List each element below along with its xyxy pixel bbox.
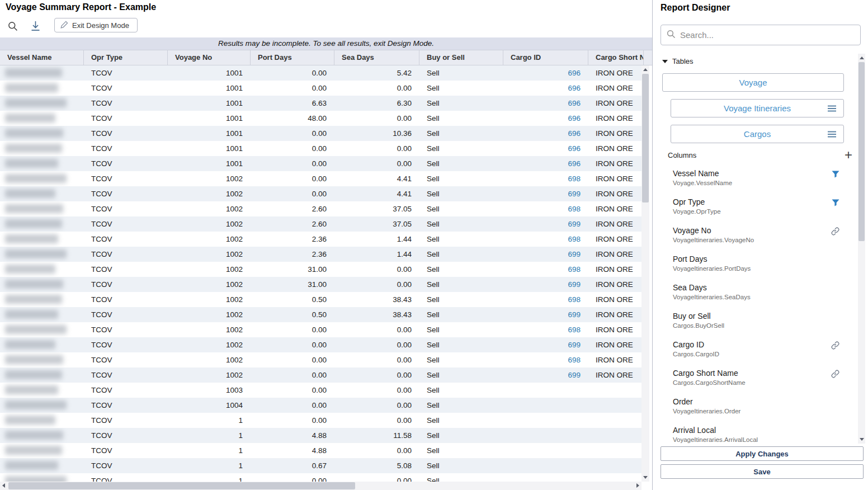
cargo-id-link[interactable]: 699	[568, 310, 581, 319]
cargo-id-link[interactable]: 699	[568, 250, 581, 258]
cargo-id-link[interactable]: 696	[568, 144, 581, 153]
cargo-id-link[interactable]: 698	[568, 265, 581, 274]
cargo-id-link[interactable]: 696	[568, 84, 581, 92]
filter-icon[interactable]	[832, 170, 839, 180]
column-header-sea-days[interactable]: Sea Days	[334, 50, 419, 65]
table-row[interactable]: TCOV10010.0010.36Sell696IRON ORE	[0, 126, 641, 141]
cargo-id-link[interactable]: 696	[568, 99, 581, 107]
cargo-id-link[interactable]: 698	[568, 205, 581, 213]
designer-column-voyage-no[interactable]: Voyage NoVoyageItineraries.VoyageNo	[653, 222, 861, 250]
table-row[interactable]: TCOV100148.000.00Sell696IRON ORE	[0, 111, 641, 126]
scroll-down-arrow-icon[interactable]	[643, 476, 648, 479]
designer-column-arrival-local[interactable]: Arrival LocalVoyageItineraries.ArrivalLo…	[653, 421, 861, 443]
table-row[interactable]: TCOV10010.005.42Sell696IRON ORE	[0, 65, 641, 81]
designer-column-port-days[interactable]: Port DaysVoyageItineraries.PortDays	[653, 250, 861, 279]
table-row[interactable]: TCOV10030.000.00Sell	[0, 383, 641, 398]
column-header-buy-or-sell[interactable]: Buy or Sell	[419, 50, 503, 65]
column-header-port-days[interactable]: Port Days	[251, 50, 334, 65]
menu-icon[interactable]	[827, 105, 837, 115]
tables-section-header[interactable]: Tables	[662, 57, 694, 65]
cargo-id-link[interactable]: 699	[568, 371, 581, 379]
scroll-left-arrow-icon[interactable]	[2, 483, 5, 488]
column-header-voyage-no[interactable]: Voyage No	[168, 50, 251, 65]
cargo-id-link[interactable]: 698	[568, 295, 581, 304]
table-row[interactable]: TCOV10020.000.00Sell699IRON ORE	[0, 337, 641, 352]
scroll-right-arrow-icon[interactable]	[636, 483, 639, 488]
column-header-cargo-short-name[interactable]: Cargo Short Name	[588, 50, 644, 65]
cargo-id-link[interactable]: 698	[568, 326, 581, 334]
cargo-id-link[interactable]: 698	[568, 235, 581, 243]
add-column-icon[interactable]: +	[845, 150, 852, 160]
table-row[interactable]: TCOV10022.361.44Sell698IRON ORE	[0, 232, 641, 247]
vertical-scroll-thumb[interactable]	[642, 74, 649, 202]
table-row[interactable]: TCOV10010.000.00Sell696IRON ORE	[0, 156, 641, 171]
table-vertical-scrollbar[interactable]	[641, 65, 649, 482]
table-row[interactable]: TCOV10020.000.00Sell699IRON ORE	[0, 368, 641, 383]
apply-changes-button[interactable]: Apply Changes	[661, 446, 864, 461]
cargo-id-link[interactable]: 699	[568, 190, 581, 198]
horizontal-scroll-thumb[interactable]	[8, 482, 355, 489]
table-row[interactable]: TCOV10010.000.00Sell696IRON ORE	[0, 81, 641, 96]
table-row[interactable]: TCOV10.000.00Sell	[0, 413, 641, 428]
designer-column-cargo-id[interactable]: Cargo IDCargos.CargoID	[653, 336, 861, 364]
table-row[interactable]: TCOV10010.000.00Sell696IRON ORE	[0, 141, 641, 156]
table-row[interactable]: TCOV10020.5038.43Sell699IRON ORE	[0, 307, 641, 322]
table-row[interactable]: TCOV10022.6037.05Sell699IRON ORE	[0, 216, 641, 232]
designer-column-cargo-short-name[interactable]: Cargo Short NameCargos.CargoShortName	[653, 364, 861, 393]
table-row[interactable]: TCOV10020.004.41Sell698IRON ORE	[0, 171, 641, 186]
scroll-down-arrow-icon[interactable]	[860, 438, 864, 441]
cargo-id-link[interactable]: 696	[568, 159, 581, 168]
filter-icon[interactable]	[832, 199, 839, 209]
table-row[interactable]: TCOV10.000.00Sell	[0, 473, 641, 482]
table-row[interactable]: TCOV10040.000.00Sell	[0, 398, 641, 413]
table-button-cargos[interactable]: Cargos	[671, 125, 844, 143]
table-row[interactable]: TCOV10.675.08Sell	[0, 458, 641, 473]
designer-column-order[interactable]: OrderVoyageItineraries.Order	[653, 393, 861, 421]
vessel-name-cell	[0, 81, 84, 96]
save-button[interactable]: Save	[661, 464, 864, 479]
cargo-id-link[interactable]: 696	[568, 69, 581, 77]
panel-scroll-thumb[interactable]	[858, 62, 865, 241]
cargo-id-link[interactable]: 698	[568, 356, 581, 364]
opr-type-cell: TCOV	[84, 322, 168, 337]
designer-column-vessel-name[interactable]: Vessel NameVoyage.VesselName	[653, 164, 861, 193]
cargo-id-link[interactable]: 696	[568, 129, 581, 138]
cargo-id-link[interactable]: 696	[568, 114, 581, 123]
table-row[interactable]: TCOV10020.000.00Sell698IRON ORE	[0, 352, 641, 368]
column-header-vessel-name[interactable]: Vessel Name	[0, 50, 84, 65]
designer-search-box[interactable]	[661, 25, 861, 45]
cargo-id-link[interactable]: 699	[568, 280, 581, 289]
download-icon[interactable]	[30, 20, 41, 34]
cargo-id-link[interactable]: 699	[568, 220, 581, 228]
search-icon[interactable]	[8, 21, 18, 34]
table-row[interactable]: TCOV14.8811.58Sell	[0, 428, 641, 443]
scroll-up-arrow-icon[interactable]	[860, 56, 864, 59]
designer-column-sea-days[interactable]: Sea DaysVoyageItineraries.SeaDays	[653, 279, 861, 307]
cargo-id-link[interactable]: 698	[568, 175, 581, 183]
table-row[interactable]: TCOV10016.636.30Sell696IRON ORE	[0, 96, 641, 111]
table-row[interactable]: TCOV100231.000.00Sell699IRON ORE	[0, 277, 641, 292]
scroll-up-arrow-icon[interactable]	[643, 68, 648, 71]
table-button-voyage-itineraries[interactable]: Voyage Itineraries	[671, 99, 844, 117]
sea-days-cell: 0.00	[334, 398, 419, 413]
exit-design-mode-button[interactable]: Exit Design Mode	[54, 18, 138, 32]
table-button-voyage[interactable]: Voyage	[662, 73, 844, 92]
designer-column-buy-or-sell[interactable]: Buy or SellCargos.BuyOrSell	[653, 307, 861, 336]
redacted-vessel-name	[5, 83, 58, 92]
table-row[interactable]: TCOV10020.5038.43Sell698IRON ORE	[0, 292, 641, 307]
table-horizontal-scrollbar[interactable]	[0, 482, 641, 490]
column-header-opr-type[interactable]: Opr Type	[84, 50, 168, 65]
table-row[interactable]: TCOV10022.361.44Sell699IRON ORE	[0, 247, 641, 262]
designer-column-opr-type[interactable]: Opr TypeVoyage.OprType	[653, 193, 861, 222]
designer-search-input[interactable]	[680, 30, 855, 40]
table-row[interactable]: TCOV10022.6037.05Sell698IRON ORE	[0, 201, 641, 216]
menu-icon[interactable]	[827, 130, 837, 140]
column-header-cargo-id[interactable]: Cargo ID	[503, 50, 588, 65]
table-row[interactable]: TCOV100231.000.00Sell698IRON ORE	[0, 262, 641, 277]
table-row[interactable]: TCOV10020.000.00Sell698IRON ORE	[0, 322, 641, 337]
redacted-vessel-name	[5, 476, 67, 482]
cargo-id-link[interactable]: 699	[568, 341, 581, 349]
panel-scrollbar[interactable]	[858, 54, 865, 444]
table-row[interactable]: TCOV14.880.00Sell	[0, 443, 641, 458]
table-row[interactable]: TCOV10020.004.41Sell699IRON ORE	[0, 186, 641, 201]
